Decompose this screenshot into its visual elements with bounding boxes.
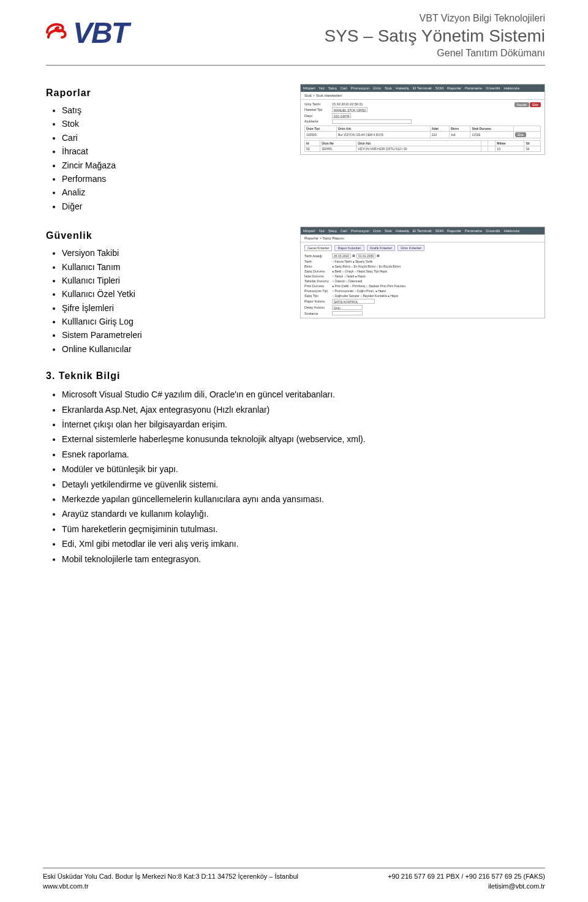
company-name: VBT Vizyon Bilgi Teknolojileri: [324, 12, 545, 25]
list-item: Tüm hareketlerin geçmişiminin tutulması.: [62, 522, 545, 536]
teknik-heading: 3. Teknik Bilgi: [46, 370, 545, 381]
list-item: Kulllanıcı Giriş Log: [62, 315, 282, 328]
thumb-menu: MüşteriNotSatışCariPromosyonÜrünStokHake…: [301, 85, 545, 92]
thumb2-tabs: Genel Kriterler Rapor Kolonları Grafik K…: [304, 245, 541, 251]
list-item: Versiyon Takibi: [62, 246, 282, 260]
logo-text: VBT: [73, 16, 128, 50]
screenshot-thumb-raporlar: MüşteriNotSatışCariPromosyonÜrünStokHake…: [300, 227, 545, 318]
thumb-breadcrumb: Stok > Stok Hareketleri: [301, 92, 545, 100]
screenshot-thumb-stok: MüşteriNotSatışCariPromosyonÜrünStokHake…: [300, 84, 545, 155]
thumb-table-2: IdÜrün NoÜrün AdıMiktarSil 53320455VİZYO…: [304, 140, 541, 152]
list-item: Kullanıcı Özel Yetki: [62, 287, 282, 301]
list-item: Stok: [62, 117, 282, 130]
doc-subtitle: Genel Tanıtım Dökümanı: [324, 47, 545, 60]
list-item: Online Kullanıcılar: [62, 342, 282, 356]
list-item: İhracat: [62, 145, 282, 158]
thumb-table-1: Ürün TipiÜrün AdıAdetBirimStok Durumu 10…: [304, 126, 541, 138]
list-item: External sistemlerle haberleşme konusund…: [62, 432, 545, 446]
footer-divider: [43, 868, 545, 868]
list-item: Esnek raporlama.: [62, 448, 545, 461]
header-divider: [46, 65, 545, 66]
list-item: Sistem Parametreleri: [62, 328, 282, 342]
list-item: Merkezde yapılan güncellemelerin kullanı…: [62, 492, 545, 506]
list-item: İnternet çıkışı olan her bilgisayardan e…: [62, 418, 545, 431]
thumb2-breadcrumb: Raporlar > Satış Raporu: [301, 235, 545, 242]
footer-phone: +90 216 577 69 21 PBX / +90 216 577 69 2…: [388, 872, 545, 881]
list-item: Edi, Xml gibi metodlar ile veri alış ver…: [62, 537, 545, 551]
raporlar-heading: Raporlar: [46, 88, 282, 99]
list-item: Cari: [62, 131, 282, 145]
list-item: Detaylı yetkilendirme ve güvenlik sistem…: [62, 478, 545, 491]
list-item: Performans: [62, 172, 282, 186]
guvenlik-list: Versiyon Takibi Kullanıcı Tanım Kullanıc…: [62, 246, 282, 356]
list-item: Satış: [62, 103, 282, 117]
list-item: Microsoft Visual Studio C# yazılım dili,…: [62, 388, 545, 401]
document-footer: Eski Üsküdar Yolu Cad. Bodur İş Merkezi …: [43, 868, 545, 891]
teknik-list: Microsoft Visual Studio C# yazılım dili,…: [62, 388, 545, 566]
list-item: Diğer: [62, 200, 282, 213]
footer-web: www.vbt.com.tr: [43, 882, 89, 891]
footer-address: Eski Üsküdar Yolu Cad. Bodur İş Merkezi …: [43, 872, 298, 881]
header-titles: VBT Vizyon Bilgi Teknolojileri SYS – Sat…: [324, 12, 545, 60]
vbt-logo: VBT: [46, 12, 128, 50]
footer-email: iletisim@vbt.com.tr: [488, 882, 545, 891]
list-item: Arayüz standardı ve kullanım kolaylığı.: [62, 507, 545, 521]
list-item: Analiz: [62, 186, 282, 199]
raporlar-list: Satış Stok Cari İhracat Zincir Mağaza Pe…: [62, 103, 282, 213]
list-item: Mobil teknolojilerle tam entegrasyon.: [62, 552, 545, 566]
list-item: Kullanıcı Tipleri: [62, 274, 282, 287]
list-item: Ekranlarda Asp.Net, Ajax entegrasyonu (H…: [62, 403, 545, 416]
list-item: Modüler ve bütünleşik bir yapı.: [62, 462, 545, 476]
kaydet-button: Kaydet: [514, 102, 529, 107]
list-item: Kullanıcı Tanım: [62, 260, 282, 274]
ekle-button: Ekle: [530, 102, 541, 107]
thumb2-menu: MüşteriNotSatışCariPromosyonÜrünStokHake…: [301, 227, 545, 235]
guvenlik-heading: Güvenlik: [46, 230, 282, 241]
logo-swirl-icon: [46, 21, 69, 45]
list-item: Zincir Mağaza: [62, 159, 282, 172]
document-header: VBT VBT Vizyon Bilgi Teknolojileri SYS –…: [46, 12, 545, 60]
list-item: Şifre İşlemleri: [62, 301, 282, 315]
doc-title: SYS – Satış Yönetim Sistemi: [324, 25, 545, 47]
